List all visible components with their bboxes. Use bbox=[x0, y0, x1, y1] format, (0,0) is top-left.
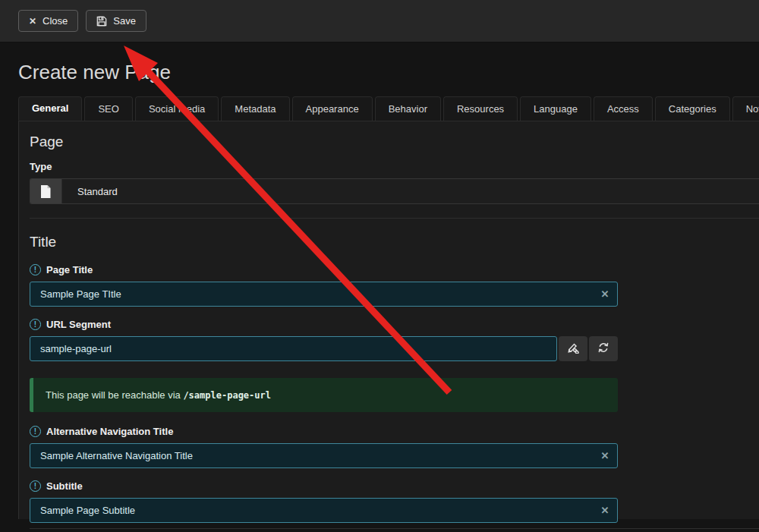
clear-page-title-button[interactable]: ✕ bbox=[595, 285, 615, 304]
field-info-icon: ! bbox=[30, 426, 41, 437]
refresh-icon bbox=[597, 342, 609, 356]
field-page-title: ! Page Title ✕ bbox=[30, 264, 618, 307]
section-heading-title: Title bbox=[30, 234, 759, 250]
url-preview-path: /sample-page-url bbox=[183, 390, 271, 401]
url-segment-edit-lock-button[interactable] bbox=[559, 336, 587, 361]
tab-categories[interactable]: Categories bbox=[655, 96, 730, 121]
fieldset-page: Page Type Standard bbox=[30, 121, 759, 219]
type-field-label: Type bbox=[30, 161, 759, 172]
subtitle-field-label: Subtitle bbox=[46, 480, 83, 492]
close-icon: ✕ bbox=[29, 16, 36, 27]
page-type-value: Standard bbox=[77, 186, 118, 197]
form-tab-bar: General SEO Social media Metadata Appear… bbox=[18, 96, 759, 121]
field-url-segment: ! URL Segment bbox=[30, 319, 618, 361]
close-button[interactable]: ✕ Close bbox=[18, 10, 78, 32]
clear-subtitle-button[interactable]: ✕ bbox=[595, 501, 615, 521]
clear-alt-nav-title-button[interactable]: ✕ bbox=[595, 446, 615, 466]
tab-behavior[interactable]: Behavior bbox=[375, 96, 441, 121]
url-preview-text: This page will be reachable via bbox=[46, 389, 183, 401]
url-preview-success-message: This page will be reachable via /sample-… bbox=[30, 378, 618, 412]
save-button-label: Save bbox=[113, 15, 136, 27]
doc-header-toolbar: ✕ Close Save bbox=[0, 0, 759, 42]
field-alt-nav-title: ! Alternative Navigation Title ✕ bbox=[30, 426, 618, 468]
url-segment-input[interactable] bbox=[30, 336, 557, 361]
page-document-icon bbox=[30, 179, 62, 203]
tab-appearance[interactable]: Appearance bbox=[292, 96, 373, 121]
tab-language[interactable]: Language bbox=[520, 96, 591, 121]
page-title: Create new Page bbox=[18, 61, 741, 84]
edit-link-icon bbox=[567, 342, 579, 356]
clear-icon: ✕ bbox=[601, 288, 609, 300]
field-info-icon: ! bbox=[30, 480, 41, 492]
tab-content-panel: Page Type Standard Title ! Page Title ✕ bbox=[18, 121, 759, 519]
subtitle-input[interactable] bbox=[30, 498, 618, 523]
page-title-field-label: Page Title bbox=[46, 264, 93, 275]
tab-metadata[interactable]: Metadata bbox=[221, 96, 289, 121]
page-type-select[interactable]: Standard bbox=[30, 178, 759, 204]
field-info-icon: ! bbox=[30, 264, 41, 275]
tab-notes[interactable]: Notes bbox=[732, 96, 759, 121]
url-segment-recalculate-button[interactable] bbox=[589, 336, 618, 361]
page-title-input[interactable] bbox=[30, 282, 618, 307]
close-button-label: Close bbox=[43, 15, 68, 27]
clear-icon: ✕ bbox=[601, 450, 609, 461]
alt-nav-title-input[interactable] bbox=[30, 443, 618, 468]
field-info-icon: ! bbox=[30, 319, 41, 330]
tab-general[interactable]: General bbox=[18, 96, 82, 121]
tab-seo[interactable]: SEO bbox=[84, 96, 132, 121]
tab-access[interactable]: Access bbox=[594, 96, 653, 121]
fieldset-title: Title ! Page Title ✕ ! URL Segment bbox=[30, 219, 759, 529]
clear-icon: ✕ bbox=[601, 505, 609, 516]
save-icon bbox=[96, 16, 107, 27]
alt-nav-title-field-label: Alternative Navigation Title bbox=[46, 426, 173, 437]
url-segment-field-label: URL Segment bbox=[46, 319, 111, 330]
field-subtitle: ! Subtitle ✕ bbox=[30, 480, 618, 523]
tab-social-media[interactable]: Social media bbox=[135, 96, 219, 121]
tab-resources[interactable]: Resources bbox=[443, 96, 518, 121]
section-heading-page: Page bbox=[30, 134, 759, 150]
save-button[interactable]: Save bbox=[86, 10, 146, 32]
